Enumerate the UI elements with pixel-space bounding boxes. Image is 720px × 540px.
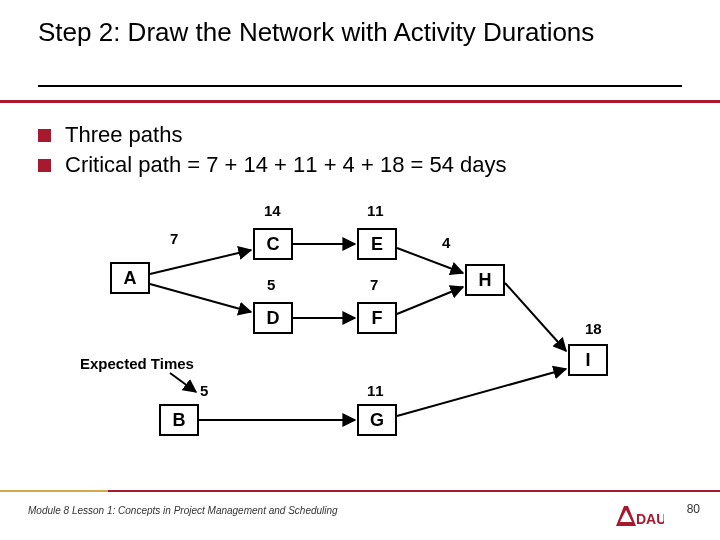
svg-line-9 — [170, 373, 196, 392]
bullet-item: Critical path = 7 + 14 + 11 + 4 + 18 = 5… — [38, 152, 507, 178]
title-underline — [38, 85, 682, 87]
node-F: F — [357, 302, 397, 334]
network-diagram: 7 14 5 11 7 4 18 5 11 A C D E F H I B G … — [0, 200, 720, 460]
footer-text: Module 8 Lesson 1: Concepts in Project M… — [28, 505, 338, 516]
node-D: D — [253, 302, 293, 334]
node-I: I — [568, 344, 608, 376]
duration-F: 7 — [370, 276, 378, 293]
svg-line-6 — [505, 283, 566, 351]
svg-line-8 — [397, 369, 566, 416]
dau-logo: DAU — [614, 504, 664, 528]
svg-line-5 — [397, 287, 463, 314]
bullet-text: Critical path = 7 + 14 + 11 + 4 + 18 = 5… — [65, 152, 507, 178]
node-H: H — [465, 264, 505, 296]
bullet-marker — [38, 159, 51, 172]
node-B: B — [159, 404, 199, 436]
duration-B: 5 — [200, 382, 208, 399]
duration-A: 7 — [170, 230, 178, 247]
accent-rule — [0, 100, 720, 103]
duration-C: 14 — [264, 202, 281, 219]
svg-line-0 — [150, 250, 251, 274]
svg-line-4 — [397, 248, 463, 273]
bullet-list: Three paths Critical path = 7 + 14 + 11 … — [38, 122, 507, 182]
bullet-marker — [38, 129, 51, 142]
slide-title: Step 2: Draw the Network with Activity D… — [38, 18, 594, 48]
node-A: A — [110, 262, 150, 294]
svg-line-1 — [150, 284, 251, 312]
duration-I: 18 — [585, 320, 602, 337]
duration-H: 4 — [442, 234, 450, 251]
node-E: E — [357, 228, 397, 260]
footer-rule — [0, 490, 720, 492]
node-C: C — [253, 228, 293, 260]
bullet-item: Three paths — [38, 122, 507, 148]
svg-text:DAU: DAU — [636, 511, 664, 527]
page-number: 80 — [687, 502, 700, 516]
node-G: G — [357, 404, 397, 436]
duration-E: 11 — [367, 202, 384, 219]
bullet-text: Three paths — [65, 122, 182, 148]
duration-D: 5 — [267, 276, 275, 293]
expected-times-label: Expected Times — [80, 355, 194, 372]
duration-G: 11 — [367, 382, 384, 399]
